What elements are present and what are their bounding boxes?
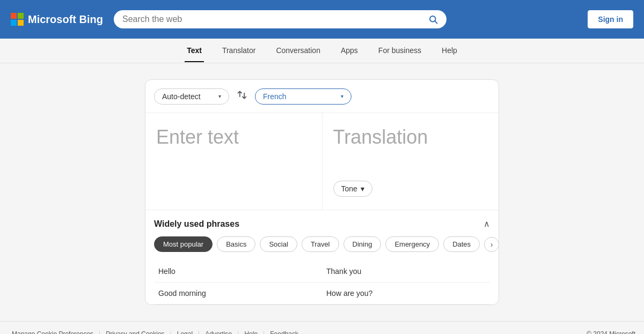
tone-chevron-icon: ▾	[361, 184, 364, 193]
source-lang-chevron: ▾	[218, 93, 221, 99]
output-placeholder-text: Translation	[333, 126, 488, 149]
nav-item-apps[interactable]: Apps	[339, 40, 360, 62]
footer-divider: |	[237, 330, 239, 335]
footer-divider: |	[99, 330, 100, 335]
footer-divider: |	[198, 330, 200, 335]
phrase-item[interactable]: How are you?	[322, 283, 490, 305]
main-content: Auto-detect ▾ French ▾ Enter text Transl…	[0, 63, 644, 321]
microsoft-logo	[11, 13, 24, 26]
footer-link-manage-cookies[interactable]: Manage Cookie Preferences	[9, 330, 97, 335]
language-selectors: Auto-detect ▾ French ▾	[145, 80, 499, 113]
svg-line-1	[435, 21, 437, 23]
search-button[interactable]	[428, 14, 438, 24]
source-language-select[interactable]: Auto-detect ▾	[154, 88, 229, 105]
collapse-phrases-button[interactable]: ∧	[484, 219, 490, 229]
footer: Manage Cookie Preferences | Privacy and …	[0, 321, 644, 334]
phrase-tag-basics[interactable]: Basics	[217, 236, 255, 252]
input-pane[interactable]: Enter text	[145, 113, 323, 210]
search-bar	[114, 10, 447, 28]
nav-item-conversation[interactable]: Conversation	[274, 40, 323, 62]
phrases-list: Hello Thank you Good morning How are you…	[154, 261, 490, 305]
nav-item-help[interactable]: Help	[440, 40, 459, 62]
nav-item-translator[interactable]: Translator	[220, 40, 258, 62]
phrase-tag-dates[interactable]: Dates	[443, 236, 480, 252]
phrase-item[interactable]: Good morning	[154, 283, 322, 305]
sign-in-button[interactable]: Sign in	[588, 10, 633, 28]
search-input[interactable]	[122, 14, 424, 24]
tone-label: Tone	[341, 184, 357, 193]
nav: Text Translator Conversation Apps For bu…	[0, 39, 644, 63]
footer-divider: |	[170, 330, 172, 335]
phrase-tag-social[interactable]: Social	[260, 236, 297, 252]
phrases-title: Widely used phrases	[154, 219, 239, 229]
footer-link-advertise[interactable]: Advertise	[202, 330, 235, 335]
phrase-tags-next-button[interactable]: ›	[484, 237, 499, 252]
translation-area: Enter text Translation Tone ▾	[145, 113, 499, 210]
input-placeholder-text: Enter text	[156, 126, 239, 148]
footer-link-privacy[interactable]: Privacy and Cookies	[103, 330, 167, 335]
phrase-tag-travel[interactable]: Travel	[302, 236, 339, 252]
phrase-item[interactable]: Hello	[154, 261, 322, 283]
header: Microsoft Bing Sign in	[0, 0, 644, 39]
phrase-tag-most-popular[interactable]: Most popular	[154, 236, 213, 252]
tone-button[interactable]: Tone ▾	[333, 181, 372, 197]
phrase-tag-emergency[interactable]: Emergency	[385, 236, 439, 252]
phrase-item[interactable]: Thank you	[322, 261, 490, 283]
target-language-label: French	[263, 92, 287, 101]
footer-link-help[interactable]: Help	[241, 330, 261, 335]
nav-item-text[interactable]: Text	[185, 40, 204, 62]
translator-container: Auto-detect ▾ French ▾ Enter text Transl…	[145, 79, 499, 305]
source-language-label: Auto-detect	[162, 92, 201, 101]
phrase-tag-dining[interactable]: Dining	[343, 236, 382, 252]
swap-languages-button[interactable]	[235, 87, 250, 105]
footer-link-legal[interactable]: Legal	[174, 330, 196, 335]
logo-area: Microsoft Bing	[11, 13, 103, 26]
footer-link-feedback[interactable]: Feedback	[267, 330, 302, 335]
nav-item-for-business[interactable]: For business	[376, 40, 423, 62]
phrases-header: Widely used phrases ∧	[154, 219, 490, 229]
target-lang-chevron: ▾	[341, 93, 343, 99]
footer-copyright: © 2024 Microsoft	[587, 330, 635, 335]
output-pane: Translation Tone ▾	[323, 113, 499, 210]
logo-text: Microsoft Bing	[28, 13, 103, 26]
footer-divider: |	[263, 330, 265, 335]
phrase-tags: Most popular Basics Social Travel Dining…	[154, 236, 490, 252]
phrases-section: Widely used phrases ∧ Most popular Basic…	[145, 210, 499, 305]
target-language-select[interactable]: French ▾	[255, 88, 352, 105]
